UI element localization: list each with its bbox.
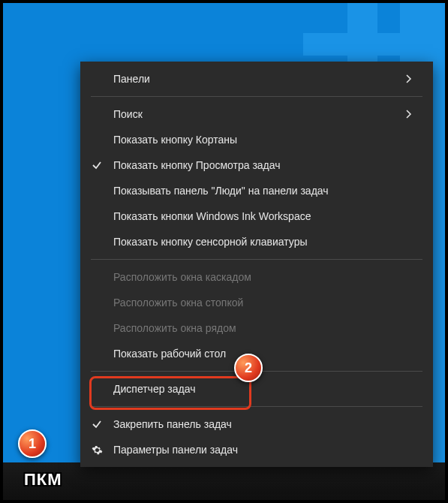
menu-item-label: Расположить окна рядом (113, 322, 421, 334)
wallpaper-stripe (303, 33, 445, 56)
menu-item[interactable]: Поиск (80, 101, 433, 127)
annotation-badge-2-number: 2 (245, 360, 252, 376)
menu-item-label: Показать кнопку сенсорной клавиатуры (113, 236, 421, 248)
menu-separator (91, 259, 422, 260)
taskbar-context-menu: ПанелиПоискПоказать кнопку КортаныПоказа… (80, 62, 433, 467)
annotation-caption-1: ПКМ (24, 470, 62, 489)
menu-item-label: Расположить окна каскадом (113, 271, 421, 283)
menu-item[interactable]: Параметры панели задач (80, 437, 433, 462)
chevron-right-icon (406, 110, 421, 119)
menu-item-label: Панели (113, 73, 406, 85)
menu-item: Расположить окна стопкой (80, 290, 433, 315)
menu-item-label: Закрепить панель задач (113, 418, 421, 430)
menu-item-label: Показать кнопку Просмотра задач (113, 159, 421, 171)
menu-item[interactable]: Показать кнопку Кортаны (80, 127, 433, 152)
check-icon (80, 160, 113, 170)
annotation-badge-2: 2 (234, 354, 263, 382)
menu-item-label: Поиск (113, 108, 406, 120)
menu-item[interactable]: Показать кнопку Просмотра задач (80, 152, 433, 178)
menu-item-label: Показать кнопки Windows Ink Workspace (113, 210, 421, 222)
annotation-badge-1: 1 (18, 429, 47, 458)
menu-item-label: Диспетчер задач (113, 383, 421, 395)
taskbar[interactable] (3, 462, 445, 500)
chevron-right-icon (406, 74, 421, 83)
menu-item[interactable]: Панели (80, 66, 433, 92)
menu-item[interactable]: Показывать панель "Люди" на панели задач (80, 178, 433, 203)
menu-separator (91, 96, 422, 97)
menu-item-label: Расположить окна стопкой (113, 297, 421, 309)
menu-item: Расположить окна каскадом (80, 264, 433, 290)
menu-item-label: Параметры панели задач (113, 444, 421, 456)
menu-item: Расположить окна рядом (80, 315, 433, 341)
menu-item[interactable]: Показать кнопки Windows Ink Workspace (80, 203, 433, 229)
menu-item-label: Показать кнопку Кортаны (113, 134, 421, 146)
check-icon (80, 419, 113, 429)
menu-separator (91, 406, 422, 407)
menu-item[interactable]: Диспетчер задач (80, 376, 433, 402)
menu-item[interactable]: Закрепить панель задач (80, 411, 433, 437)
menu-item-label: Показывать панель "Люди" на панели задач (113, 185, 421, 197)
menu-item-label: Показать рабочий стол (113, 348, 421, 360)
screenshot-frame: ПанелиПоискПоказать кнопку КортаныПоказа… (0, 0, 448, 503)
gear-icon (80, 444, 113, 456)
annotation-badge-1-number: 1 (29, 436, 36, 452)
menu-item[interactable]: Показать кнопку сенсорной клавиатуры (80, 229, 433, 255)
